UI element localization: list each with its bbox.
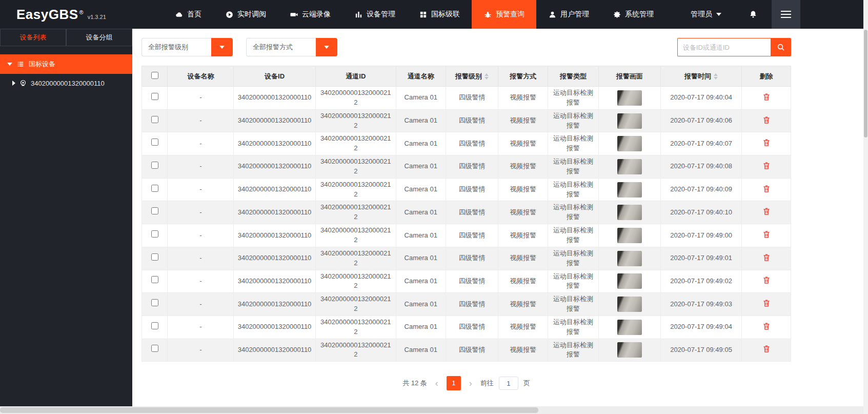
vertical-scrollbar[interactable] <box>863 0 868 414</box>
tab-device-list[interactable]: 设备列表 <box>0 29 66 46</box>
chevron-right-icon <box>12 81 15 86</box>
next-page-button[interactable]: › <box>466 377 475 390</box>
row-checkbox[interactable] <box>151 207 158 214</box>
row-checkbox[interactable] <box>151 322 158 329</box>
row-checkbox[interactable] <box>151 93 158 100</box>
table-row: - 34020000001320000110 34020000001320000… <box>142 339 791 362</box>
home-icon <box>175 10 183 18</box>
nav-item-gb-cascade[interactable]: 国标级联 <box>407 0 472 29</box>
select-all-checkbox[interactable] <box>151 72 158 79</box>
alarm-snapshot-image[interactable] <box>617 113 642 129</box>
delete-button[interactable] <box>761 115 772 127</box>
alarm-level-select[interactable]: 全部报警级别 <box>142 38 233 56</box>
cell-alarm-time: 2020-07-17 09:49:02 <box>660 270 741 293</box>
cell-alarm-time: 2020-07-17 09:40:04 <box>660 87 741 110</box>
delete-button[interactable] <box>761 206 772 218</box>
delete-button[interactable] <box>761 161 772 172</box>
cell-delete <box>742 270 791 293</box>
delete-button[interactable] <box>761 92 772 104</box>
search-input[interactable] <box>677 38 771 56</box>
row-checkbox[interactable] <box>151 253 158 261</box>
alarm-snapshot-image[interactable] <box>617 251 642 266</box>
cell-device-id: 34020000001320000110 <box>234 155 315 179</box>
nav-item-alarm-query[interactable]: 预警查询 <box>472 0 536 29</box>
table-row: - 34020000001320000110 34020000001320000… <box>142 224 791 247</box>
alarm-method-dropdown-button[interactable] <box>316 38 337 56</box>
cell-delete <box>742 201 791 224</box>
cell-alarm-level: 四级警情 <box>446 155 498 179</box>
row-checkbox[interactable] <box>151 116 158 123</box>
alarm-snapshot-image[interactable] <box>617 228 642 243</box>
trash-icon <box>762 162 771 170</box>
row-checkbox[interactable] <box>151 162 158 169</box>
search-button[interactable] <box>771 38 791 56</box>
cell-alarm-time: 2020-07-17 09:49:04 <box>660 316 741 339</box>
alarm-snapshot-image[interactable] <box>617 159 642 174</box>
filter-bar: 全部报警级别 全部报警方式 <box>142 38 791 56</box>
current-page-button[interactable]: 1 <box>447 376 461 390</box>
cell-alarm-snapshot <box>598 155 660 179</box>
tree-node-device[interactable]: 34020000001320000110 <box>0 74 132 92</box>
alarm-level-dropdown-button[interactable] <box>211 38 233 56</box>
cell-device-name: - <box>168 224 234 247</box>
nav-item-live-view[interactable]: 实时调阅 <box>213 0 278 29</box>
goto-page-input[interactable] <box>499 377 518 390</box>
vertical-scrollbar-thumb[interactable] <box>864 30 867 137</box>
row-checkbox[interactable] <box>151 345 158 352</box>
alarm-snapshot-image[interactable] <box>617 297 642 312</box>
hamburger-icon <box>781 11 791 12</box>
delete-button[interactable] <box>761 184 772 195</box>
sort-icon[interactable] <box>485 73 489 80</box>
device-bars-icon <box>354 10 362 18</box>
cell-checkbox <box>142 339 168 362</box>
cell-alarm-level: 四级警情 <box>446 87 498 110</box>
alarm-snapshot-image[interactable] <box>617 182 642 198</box>
camera-icon <box>19 80 27 87</box>
cell-device-id: 34020000001320000110 <box>234 247 315 270</box>
alarm-snapshot-image[interactable] <box>617 136 642 151</box>
delete-button[interactable] <box>761 298 772 310</box>
row-checkbox[interactable] <box>151 230 158 238</box>
delete-button[interactable] <box>761 275 772 287</box>
cell-device-name: - <box>168 201 234 224</box>
delete-button[interactable] <box>761 137 772 149</box>
cell-device-name: - <box>168 247 234 270</box>
horizontal-scrollbar-thumb[interactable] <box>0 407 538 413</box>
sort-icon[interactable] <box>714 73 718 80</box>
nav-item-device-management[interactable]: 设备管理 <box>342 0 407 29</box>
alarm-method-select[interactable]: 全部报警方式 <box>246 38 337 56</box>
hamburger-menu-button[interactable] <box>772 0 800 29</box>
nav-item-cloud-recording[interactable]: 云端录像 <box>278 0 342 29</box>
nav-item-system-management[interactable]: 系统管理 <box>601 0 665 29</box>
device-list-icon <box>17 61 24 68</box>
nav-item-label: 实时调阅 <box>237 10 266 19</box>
nav-item-home[interactable]: 首页 <box>163 0 213 29</box>
chevron-down-icon <box>716 13 721 16</box>
admin-menu[interactable]: 管理员 <box>677 10 735 19</box>
alarm-snapshot-image[interactable] <box>617 273 642 289</box>
tree-node-gb-devices[interactable]: 国标设备 <box>0 54 132 74</box>
prev-page-button[interactable]: ‹ <box>432 377 441 390</box>
row-checkbox[interactable] <box>151 276 158 283</box>
cell-device-id: 34020000001320000110 <box>234 109 315 132</box>
delete-button[interactable] <box>761 252 772 264</box>
row-checkbox[interactable] <box>151 139 158 146</box>
alarm-snapshot-image[interactable] <box>617 342 642 358</box>
table-row: - 34020000001320000110 34020000001320000… <box>142 178 791 201</box>
tree-node-label: 34020000001320000110 <box>31 80 105 87</box>
table-row: - 34020000001320000110 34020000001320000… <box>142 247 791 270</box>
row-checkbox[interactable] <box>151 299 158 306</box>
alarm-snapshot-image[interactable] <box>617 90 642 106</box>
notifications-button[interactable] <box>735 0 772 29</box>
tab-device-groups[interactable]: 设备分组 <box>66 29 132 46</box>
row-checkbox[interactable] <box>151 185 158 192</box>
delete-button[interactable] <box>761 229 772 241</box>
alarm-snapshot-image[interactable] <box>617 320 642 335</box>
nav-item-user-management[interactable]: 用户管理 <box>536 0 601 29</box>
alarm-snapshot-image[interactable] <box>617 205 642 220</box>
delete-button[interactable] <box>761 344 772 356</box>
horizontal-scrollbar[interactable] <box>0 406 868 414</box>
delete-button[interactable] <box>761 321 772 333</box>
cell-alarm-type: 运动目标检测报警 <box>548 293 599 316</box>
trash-icon <box>762 253 771 262</box>
